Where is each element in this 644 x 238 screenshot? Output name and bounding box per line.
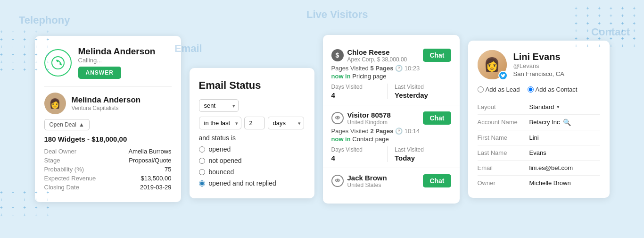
layout-dropdown-arrow[interactable]: ▾	[557, 104, 560, 110]
add-as-contact-radio[interactable]	[528, 86, 534, 93]
contact-card-header: 👩 Lini Evans @Levans San Francisco, CA	[478, 50, 600, 79]
contact-company: Ventura Capitalists	[72, 105, 141, 111]
last-visited-block-80578: Last Visited Today	[388, 146, 451, 162]
expected-revenue-label: Expected Revenue	[44, 175, 96, 182]
email-filter-prefix-select[interactable]: in the last	[199, 117, 241, 129]
email-field-label: Email	[478, 160, 529, 175]
deal-amount: 180 Widgets - $18,000,00	[44, 135, 172, 143]
days-visited-value-chloe: 4	[331, 91, 388, 99]
visitor-item-jack: 👁 Jack Brown United States Chat	[323, 168, 460, 196]
account-name-row: Account Name Betacry Inc 🔍	[478, 114, 600, 130]
radio-not-opened-label: not opened	[209, 157, 242, 164]
visitor-current-page-chloe: Pricing page	[352, 73, 386, 80]
incoming-call-section: Melinda Anderson Calling... ANSWER	[44, 46, 172, 79]
chat-button-jack[interactable]: Chat	[423, 174, 451, 187]
days-visited-label-chloe: Days Visited	[331, 84, 388, 90]
email-card-title: Email Status	[199, 79, 305, 92]
visitor-now-chloe: now in Pricing page	[331, 73, 451, 80]
radio-opened-label: opened	[209, 145, 231, 153]
visitor-current-page-80578: Contact page	[352, 136, 388, 143]
visitor-time-80578: 🕐 10:14	[395, 128, 420, 135]
expected-revenue-row: Expected Revenue $13,500,00	[44, 175, 172, 182]
visitor-now-label-chloe: now in	[331, 73, 351, 80]
radio-bounced-label: bounced	[209, 168, 234, 176]
radio-opened-not-replied-input[interactable]	[199, 180, 205, 187]
first-name-field-label: First Name	[478, 130, 529, 145]
radio-not-opened[interactable]: not opened	[199, 157, 305, 164]
visitor-pages-chloe: Pages Visited 5 Pages 🕐 10:23	[331, 65, 451, 72]
account-value-container: Betacry Inc 🔍	[529, 119, 600, 126]
account-name-field-label: Account Name	[478, 114, 529, 130]
add-as-contact-text: Add as Contact	[536, 86, 578, 93]
visitor-icon-chloe: $	[331, 49, 344, 61]
visitor-pages-80578: Pages Visited 2 Pages 🕐 10:14	[331, 128, 451, 135]
email-field-value: lini.es@bet.com	[529, 160, 600, 175]
account-search-icon[interactable]: 🔍	[563, 119, 571, 126]
add-as-contact-label[interactable]: Add as Contact	[528, 86, 578, 93]
expected-revenue-value: $13,500,00	[140, 175, 171, 182]
email-filter-unit-wrapper[interactable]: days weeks months	[268, 117, 304, 129]
email-filter-unit-select[interactable]: days weeks months	[268, 117, 304, 129]
visitor-sub-chloe: Apex Corp, $ 38,000,00	[347, 56, 407, 63]
layout-value-container: Standard ▾	[529, 103, 600, 110]
twitter-badge	[498, 71, 508, 80]
phone-icon-circle	[44, 49, 72, 76]
open-deal-chevron: ▲	[79, 121, 84, 128]
radio-opened[interactable]: opened	[199, 145, 305, 153]
email-filter-number-input[interactable]	[244, 117, 265, 129]
svg-point-0	[52, 57, 64, 69]
chat-button-80578[interactable]: Chat	[423, 111, 451, 125]
radio-bounced[interactable]: bounced	[199, 168, 305, 176]
closing-date-row: Closing Date 2019-03-29	[44, 184, 172, 191]
contact-avatar: 👩	[478, 50, 507, 79]
email-status-select-row: sent received opened	[199, 99, 305, 112]
visitor-now-80578: now in Contact page	[331, 136, 451, 143]
visitor-stats-chloe: Days Visited 4 Last Visited Yesterday	[331, 84, 451, 99]
radio-not-opened-input[interactable]	[199, 158, 205, 164]
email-card: Email Status sent received opened in the…	[190, 68, 314, 198]
visitor-name-row-chloe: $ Chloe Reese Apex Corp, $ 38,000,00	[331, 48, 407, 63]
visitor-stats-80578: Days Visited 4 Last Visited Today	[331, 146, 451, 162]
answer-button[interactable]: ANSWER	[78, 67, 121, 79]
first-name-field-value: Lini	[529, 130, 600, 145]
email-status-radio-group: opened not opened bounced opened and not…	[199, 145, 305, 187]
email-filter-prefix-wrapper[interactable]: in the last	[199, 117, 241, 129]
visitor-now-label-80578: now in	[331, 136, 351, 143]
add-as-lead-text: Add as Lead	[486, 86, 520, 93]
probability-row: Probability (%) 75	[44, 166, 172, 173]
watermark-contact: Contact	[591, 26, 630, 38]
visitor-header-80578: 👁 Visitor 80578 United Kingdom Chat	[331, 111, 451, 126]
email-status-select-wrapper[interactable]: sent received opened	[199, 99, 239, 112]
email-status-select[interactable]: sent received opened	[199, 99, 239, 112]
radio-opened-input[interactable]	[199, 146, 205, 153]
deal-owner-row: Deal Owner Amella Burrows	[44, 148, 172, 155]
deal-owner-value: Amella Burrows	[128, 148, 171, 155]
contact-name: Melinda Anderson	[72, 95, 141, 105]
email-filter-row: in the last days weeks months	[199, 117, 305, 129]
visitor-name-row-jack: 👁 Jack Brown United States	[331, 174, 387, 188]
open-deal-button[interactable]: Open Deal ▲	[44, 119, 90, 130]
visitor-sub-jack: United States	[347, 182, 387, 188]
visitor-header-chloe: $ Chloe Reese Apex Corp, $ 38,000,00 Cha…	[331, 48, 451, 63]
email-row: Email lini.es@bet.com	[478, 160, 600, 175]
divider-1	[44, 86, 172, 87]
probability-label: Probability (%)	[44, 166, 84, 173]
layout-field-value[interactable]: Standard ▾	[529, 100, 600, 115]
last-name-field-value: Evans	[529, 145, 600, 160]
owner-field-value: Michelle Brown	[529, 175, 600, 190]
visitors-card: $ Chloe Reese Apex Corp, $ 38,000,00 Cha…	[323, 35, 460, 204]
chat-button-chloe[interactable]: Chat	[423, 49, 451, 62]
visitor-info-chloe: Chloe Reese Apex Corp, $ 38,000,00	[347, 48, 407, 63]
add-as-lead-label[interactable]: Add as Lead	[478, 86, 520, 93]
incoming-call-status: Calling...	[78, 57, 156, 64]
last-name-field-label: Last Name	[478, 145, 529, 160]
layout-row: Layout Standard ▾	[478, 100, 600, 115]
account-name-field-value[interactable]: Betacry Inc 🔍	[529, 114, 600, 130]
visitor-item-chloe: $ Chloe Reese Apex Corp, $ 38,000,00 Cha…	[323, 42, 460, 105]
radio-opened-not-replied[interactable]: opened and not replied	[199, 179, 305, 187]
last-visited-value-80578: Today	[395, 154, 451, 162]
stage-value: Proposal/Quote	[129, 157, 171, 164]
radio-bounced-input[interactable]	[199, 169, 205, 175]
last-name-row: Last Name Evans	[478, 145, 600, 160]
add-as-lead-radio[interactable]	[478, 86, 484, 93]
